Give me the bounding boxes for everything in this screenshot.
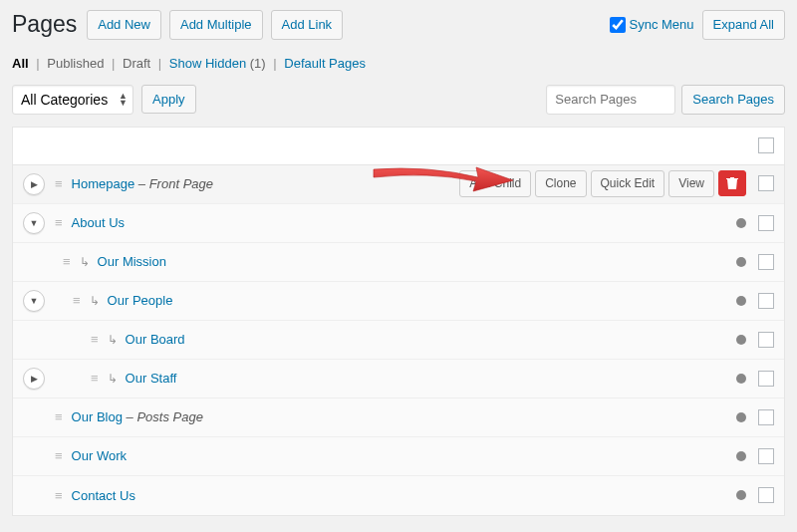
add-child-button[interactable]: Add Child <box>459 170 531 197</box>
apply-button[interactable]: Apply <box>141 85 196 115</box>
drag-handle-icon[interactable]: ≡ <box>63 254 70 269</box>
page-link[interactable]: Our Mission <box>98 254 166 269</box>
page-link[interactable]: Our People <box>108 293 173 308</box>
row-checkbox[interactable] <box>758 448 774 464</box>
page-link[interactable]: Our Staff <box>126 371 177 386</box>
page-link[interactable]: Homepage <box>72 176 135 191</box>
add-link-button[interactable]: Add Link <box>271 10 344 40</box>
search-input[interactable] <box>546 85 675 115</box>
child-indent-icon: ↳ <box>80 255 90 269</box>
trash-icon <box>726 176 738 190</box>
view-button[interactable]: View <box>668 170 714 197</box>
row-checkbox[interactable] <box>758 293 774 309</box>
status-dot-icon <box>736 451 746 461</box>
row-checkbox[interactable] <box>758 254 774 270</box>
status-dot-icon <box>736 218 746 228</box>
collapse-toggle[interactable]: ▼ <box>23 290 45 312</box>
row-checkbox[interactable] <box>758 371 774 387</box>
drag-handle-icon[interactable]: ≡ <box>91 332 98 347</box>
clone-button[interactable]: Clone <box>535 170 586 197</box>
hidden-count: (1) <box>250 56 266 71</box>
status-dot-icon <box>736 296 746 306</box>
page-row-our-board[interactable]: ≡ ↳ Our Board <box>13 321 784 360</box>
status-dot-icon <box>736 490 746 500</box>
expand-all-button[interactable]: Expand All <box>702 10 785 40</box>
page-title: Pages <box>12 11 77 38</box>
filter-draft[interactable]: Draft <box>123 56 150 71</box>
page-tree: ▶ ≡ Homepage – Front Page Add Child Clon… <box>12 127 785 516</box>
page-link[interactable]: About Us <box>72 215 125 230</box>
filter-default-pages[interactable]: Default Pages <box>284 56 366 71</box>
child-indent-icon: ↳ <box>90 294 100 308</box>
filter-published[interactable]: Published <box>47 56 104 71</box>
page-row-our-mission[interactable]: ≡ ↳ Our Mission <box>13 243 784 282</box>
sync-menu-toggle[interactable]: Sync Menu <box>610 17 694 33</box>
page-row-about-us[interactable]: ▼ ≡ About Us <box>13 204 784 243</box>
drag-handle-icon[interactable]: ≡ <box>55 215 62 230</box>
row-checkbox[interactable] <box>758 175 774 191</box>
expand-toggle[interactable]: ▶ <box>23 368 45 390</box>
drag-handle-icon[interactable]: ≡ <box>73 293 80 308</box>
page-row-our-people[interactable]: ▼ ≡ ↳ Our People <box>13 282 784 321</box>
page-link[interactable]: Our Board <box>126 332 185 347</box>
row-checkbox[interactable] <box>758 332 774 348</box>
child-indent-icon: ↳ <box>108 333 118 347</box>
page-link[interactable]: Our Blog <box>72 409 123 424</box>
sync-menu-checkbox[interactable] <box>610 17 626 33</box>
filter-show-hidden[interactable]: Show Hidden <box>169 56 246 71</box>
row-checkbox[interactable] <box>758 409 774 425</box>
status-dot-icon <box>736 257 746 267</box>
drag-handle-icon[interactable]: ≡ <box>55 409 62 424</box>
add-new-button[interactable]: Add New <box>87 10 161 40</box>
page-link[interactable]: Our Work <box>72 448 127 463</box>
page-suffix: Posts Page <box>136 409 203 424</box>
page-row-our-staff[interactable]: ▶ ≡ ↳ Our Staff <box>13 360 784 399</box>
drag-handle-icon[interactable]: ≡ <box>91 371 98 386</box>
filter-all[interactable]: All <box>12 56 29 71</box>
select-all-checkbox[interactable] <box>758 137 774 153</box>
status-dot-icon <box>736 374 746 384</box>
filter-bar: All | Published | Draft | Show Hidden (1… <box>12 56 785 71</box>
child-indent-icon: ↳ <box>108 372 118 386</box>
row-checkbox[interactable] <box>758 215 774 231</box>
status-dot-icon <box>736 335 746 345</box>
expand-toggle[interactable]: ▶ <box>23 173 45 195</box>
tree-header <box>13 128 784 165</box>
status-dot-icon <box>736 412 746 422</box>
row-checkbox[interactable] <box>758 487 774 503</box>
page-row-contact-us[interactable]: ≡ Contact Us <box>13 476 784 515</box>
quick-edit-button[interactable]: Quick Edit <box>591 170 665 197</box>
add-multiple-button[interactable]: Add Multiple <box>169 10 263 40</box>
sync-menu-label: Sync Menu <box>630 17 694 32</box>
page-row-homepage[interactable]: ▶ ≡ Homepage – Front Page Add Child Clon… <box>13 165 784 204</box>
drag-handle-icon[interactable]: ≡ <box>55 488 62 503</box>
page-link[interactable]: Contact Us <box>72 488 135 503</box>
collapse-toggle[interactable]: ▼ <box>23 212 45 234</box>
drag-handle-icon[interactable]: ≡ <box>55 176 62 191</box>
page-row-our-blog[interactable]: ≡ Our Blog – Posts Page <box>13 399 784 437</box>
trash-button[interactable] <box>718 170 746 196</box>
drag-handle-icon[interactable]: ≡ <box>55 448 62 463</box>
page-row-our-work[interactable]: ≡ Our Work <box>13 437 784 476</box>
page-suffix: Front Page <box>149 176 213 191</box>
search-button[interactable]: Search Pages <box>681 85 785 115</box>
category-select[interactable]: All Categories <box>12 85 133 115</box>
